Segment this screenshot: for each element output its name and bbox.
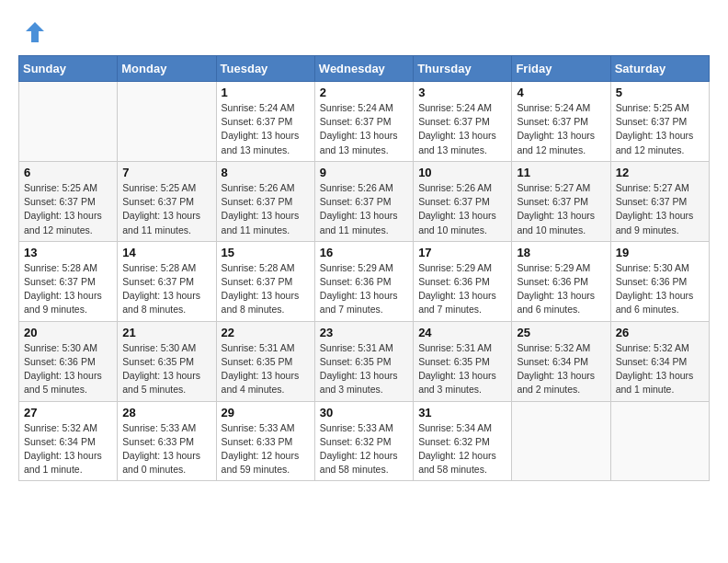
- day-info: Sunrise: 5:25 AM Sunset: 6:37 PM Dayligh…: [24, 181, 112, 237]
- day-info: Sunrise: 5:28 AM Sunset: 6:37 PM Dayligh…: [24, 261, 112, 317]
- day-number: 18: [517, 246, 605, 259]
- calendar-day-cell: [118, 82, 216, 162]
- day-info: Sunrise: 5:26 AM Sunset: 6:37 PM Dayligh…: [320, 181, 408, 237]
- calendar-day-cell: 24Sunrise: 5:31 AM Sunset: 6:35 PM Dayli…: [414, 321, 512, 401]
- calendar-day-cell: 22Sunrise: 5:31 AM Sunset: 6:35 PM Dayli…: [216, 321, 314, 401]
- calendar-table: SundayMondayTuesdayWednesdayThursdayFrid…: [18, 55, 710, 481]
- day-info: Sunrise: 5:29 AM Sunset: 6:36 PM Dayligh…: [418, 261, 506, 317]
- day-info: Sunrise: 5:30 AM Sunset: 6:35 PM Dayligh…: [122, 341, 210, 397]
- calendar-day-cell: 19Sunrise: 5:30 AM Sunset: 6:36 PM Dayli…: [610, 241, 709, 321]
- day-number: 5: [616, 86, 704, 99]
- calendar-day-cell: 10Sunrise: 5:26 AM Sunset: 6:37 PM Dayli…: [414, 161, 512, 241]
- day-number: 14: [122, 246, 210, 259]
- day-number: 19: [616, 246, 704, 259]
- calendar-day-cell: 16Sunrise: 5:29 AM Sunset: 6:36 PM Dayli…: [314, 241, 413, 321]
- calendar-day-cell: 14Sunrise: 5:28 AM Sunset: 6:37 PM Dayli…: [118, 241, 216, 321]
- calendar-day-cell: 2Sunrise: 5:24 AM Sunset: 6:37 PM Daylig…: [314, 82, 413, 162]
- calendar-day-cell: 27Sunrise: 5:32 AM Sunset: 6:34 PM Dayli…: [19, 401, 118, 481]
- day-info: Sunrise: 5:24 AM Sunset: 6:37 PM Dayligh…: [517, 101, 605, 157]
- day-number: 27: [24, 406, 112, 419]
- day-number: 1: [222, 86, 310, 99]
- day-number: 3: [418, 86, 506, 99]
- calendar-day-cell: 25Sunrise: 5:32 AM Sunset: 6:34 PM Dayli…: [512, 321, 610, 401]
- day-number: 22: [222, 326, 310, 339]
- calendar-day-cell: 4Sunrise: 5:24 AM Sunset: 6:37 PM Daylig…: [512, 82, 610, 162]
- day-number: 15: [222, 246, 310, 259]
- day-info: Sunrise: 5:26 AM Sunset: 6:37 PM Dayligh…: [222, 181, 310, 237]
- calendar-day-cell: 26Sunrise: 5:32 AM Sunset: 6:34 PM Dayli…: [610, 321, 709, 401]
- calendar-day-cell: 12Sunrise: 5:27 AM Sunset: 6:37 PM Dayli…: [610, 161, 709, 241]
- calendar-day-cell: 30Sunrise: 5:33 AM Sunset: 6:32 PM Dayli…: [314, 401, 413, 481]
- day-info: Sunrise: 5:26 AM Sunset: 6:37 PM Dayligh…: [418, 181, 506, 237]
- day-number: 11: [517, 166, 605, 179]
- svg-marker-0: [26, 22, 44, 42]
- day-info: Sunrise: 5:25 AM Sunset: 6:37 PM Dayligh…: [122, 181, 210, 237]
- day-number: 6: [24, 166, 112, 179]
- day-of-week-header: Sunday: [19, 56, 118, 82]
- day-number: 24: [418, 326, 506, 339]
- day-info: Sunrise: 5:27 AM Sunset: 6:37 PM Dayligh…: [517, 181, 605, 237]
- calendar-day-cell: 9Sunrise: 5:26 AM Sunset: 6:37 PM Daylig…: [314, 161, 413, 241]
- day-info: Sunrise: 5:29 AM Sunset: 6:36 PM Dayligh…: [320, 261, 408, 317]
- day-info: Sunrise: 5:33 AM Sunset: 6:33 PM Dayligh…: [222, 421, 310, 477]
- day-number: 25: [517, 326, 605, 339]
- day-info: Sunrise: 5:32 AM Sunset: 6:34 PM Dayligh…: [616, 341, 704, 397]
- day-number: 10: [418, 166, 506, 179]
- logo: [18, 18, 49, 46]
- day-number: 23: [320, 326, 408, 339]
- calendar-day-cell: [512, 401, 610, 481]
- calendar-week-row: 20Sunrise: 5:30 AM Sunset: 6:36 PM Dayli…: [19, 321, 710, 401]
- day-number: 8: [222, 166, 310, 179]
- day-info: Sunrise: 5:28 AM Sunset: 6:37 PM Dayligh…: [222, 261, 310, 317]
- day-number: 20: [24, 326, 112, 339]
- day-of-week-header: Friday: [512, 56, 610, 82]
- calendar-day-cell: 7Sunrise: 5:25 AM Sunset: 6:37 PM Daylig…: [118, 161, 216, 241]
- day-number: 29: [222, 406, 310, 419]
- day-number: 9: [320, 166, 408, 179]
- day-info: Sunrise: 5:32 AM Sunset: 6:34 PM Dayligh…: [517, 341, 605, 397]
- calendar-day-cell: 20Sunrise: 5:30 AM Sunset: 6:36 PM Dayli…: [19, 321, 118, 401]
- day-info: Sunrise: 5:27 AM Sunset: 6:37 PM Dayligh…: [616, 181, 704, 237]
- calendar-day-cell: 11Sunrise: 5:27 AM Sunset: 6:37 PM Dayli…: [512, 161, 610, 241]
- page-header: [18, 18, 710, 46]
- day-info: Sunrise: 5:28 AM Sunset: 6:37 PM Dayligh…: [122, 261, 210, 317]
- calendar-day-cell: 28Sunrise: 5:33 AM Sunset: 6:33 PM Dayli…: [118, 401, 216, 481]
- day-info: Sunrise: 5:30 AM Sunset: 6:36 PM Dayligh…: [616, 261, 704, 317]
- day-of-week-header: Tuesday: [216, 56, 314, 82]
- calendar-day-cell: 3Sunrise: 5:24 AM Sunset: 6:37 PM Daylig…: [414, 82, 512, 162]
- day-number: 4: [517, 86, 605, 99]
- logo-icon: [18, 18, 46, 46]
- day-of-week-header: Monday: [118, 56, 216, 82]
- day-info: Sunrise: 5:32 AM Sunset: 6:34 PM Dayligh…: [24, 421, 112, 477]
- day-number: 12: [616, 166, 704, 179]
- day-info: Sunrise: 5:31 AM Sunset: 6:35 PM Dayligh…: [222, 341, 310, 397]
- day-number: 17: [418, 246, 506, 259]
- day-info: Sunrise: 5:24 AM Sunset: 6:37 PM Dayligh…: [320, 101, 408, 157]
- day-info: Sunrise: 5:29 AM Sunset: 6:36 PM Dayligh…: [517, 261, 605, 317]
- day-info: Sunrise: 5:33 AM Sunset: 6:32 PM Dayligh…: [320, 421, 408, 477]
- calendar-week-row: 13Sunrise: 5:28 AM Sunset: 6:37 PM Dayli…: [19, 241, 710, 321]
- day-number: 2: [320, 86, 408, 99]
- day-of-week-header: Saturday: [610, 56, 709, 82]
- calendar-day-cell: 6Sunrise: 5:25 AM Sunset: 6:37 PM Daylig…: [19, 161, 118, 241]
- day-info: Sunrise: 5:31 AM Sunset: 6:35 PM Dayligh…: [418, 341, 506, 397]
- calendar-day-cell: 8Sunrise: 5:26 AM Sunset: 6:37 PM Daylig…: [216, 161, 314, 241]
- day-info: Sunrise: 5:24 AM Sunset: 6:37 PM Dayligh…: [222, 101, 310, 157]
- calendar-week-row: 27Sunrise: 5:32 AM Sunset: 6:34 PM Dayli…: [19, 401, 710, 481]
- day-info: Sunrise: 5:34 AM Sunset: 6:32 PM Dayligh…: [418, 421, 506, 477]
- day-number: 16: [320, 246, 408, 259]
- calendar-day-cell: [19, 82, 118, 162]
- calendar-day-cell: 23Sunrise: 5:31 AM Sunset: 6:35 PM Dayli…: [314, 321, 413, 401]
- calendar-day-cell: [610, 401, 709, 481]
- calendar-week-row: 1Sunrise: 5:24 AM Sunset: 6:37 PM Daylig…: [19, 82, 710, 162]
- calendar-day-cell: 17Sunrise: 5:29 AM Sunset: 6:36 PM Dayli…: [414, 241, 512, 321]
- day-number: 30: [320, 406, 408, 419]
- day-number: 26: [616, 326, 704, 339]
- calendar-day-cell: 18Sunrise: 5:29 AM Sunset: 6:36 PM Dayli…: [512, 241, 610, 321]
- day-info: Sunrise: 5:24 AM Sunset: 6:37 PM Dayligh…: [418, 101, 506, 157]
- calendar-day-cell: 21Sunrise: 5:30 AM Sunset: 6:35 PM Dayli…: [118, 321, 216, 401]
- day-of-week-header: Wednesday: [314, 56, 413, 82]
- day-info: Sunrise: 5:31 AM Sunset: 6:35 PM Dayligh…: [320, 341, 408, 397]
- day-number: 31: [418, 406, 506, 419]
- calendar-header-row: SundayMondayTuesdayWednesdayThursdayFrid…: [19, 56, 710, 82]
